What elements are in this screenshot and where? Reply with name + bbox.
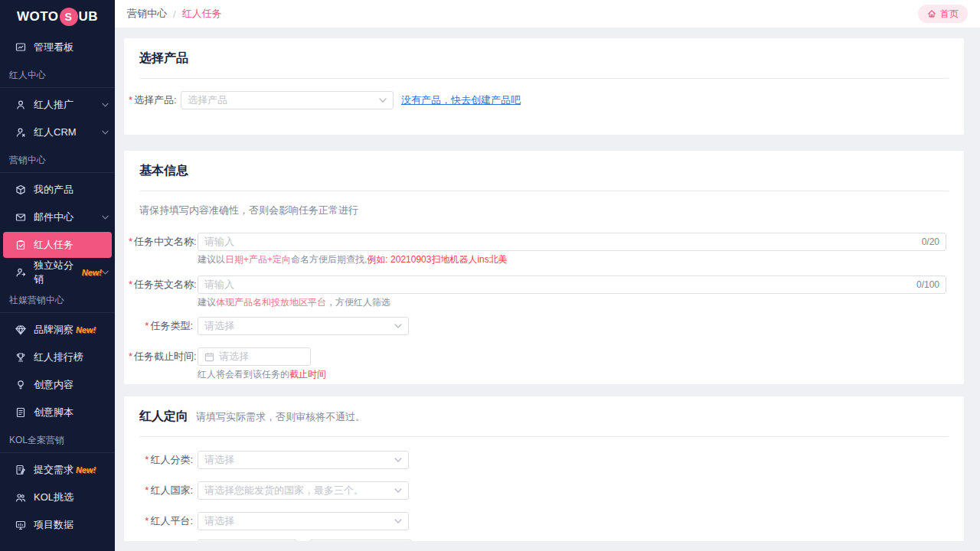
breadcrumb: 营销中心 / 红人任务 — [127, 7, 222, 21]
field-control: 选择产品 没有产品，快去创建产品吧 — [181, 91, 521, 109]
section-subtitle: 请填写实际需求，否则审核将不通过。 — [196, 410, 365, 424]
field-label: *选择产品: — [129, 91, 176, 109]
sidebar-item-label: 邮件中心 — [34, 210, 74, 224]
field-control: 请选择 — [198, 512, 409, 530]
product-select[interactable]: 选择产品 — [181, 91, 394, 109]
field-label: *红人平台: — [129, 512, 193, 530]
task-en-name-input[interactable]: 请输入 0/100 — [198, 276, 946, 294]
sidebar-item-creative-content[interactable]: 创意内容 — [0, 371, 115, 399]
calendar-icon — [204, 352, 214, 362]
required-asterisk: * — [145, 454, 149, 465]
sidebar-item-label: 提交需求 — [34, 463, 74, 477]
help-text: 建议 — [198, 297, 216, 308]
field-label-text: 任务截止时间: — [134, 350, 197, 362]
create-product-link[interactable]: 没有产品，快去创建产品吧 — [401, 93, 521, 107]
user-icon — [15, 99, 26, 110]
required-asterisk: * — [145, 484, 149, 496]
en-name-help: 建议体现产品名和投放地区平台，方便红人筛选 — [198, 296, 964, 309]
chevron-down-icon — [102, 270, 109, 275]
people-icon — [15, 492, 26, 503]
top-header: 营销中心 / 红人任务 首页 — [115, 0, 980, 28]
distribution-user-icon — [15, 267, 26, 278]
sidebar: WOTO S UB 管理看板 红人中心 红人推广 红人CRM 营销中心 我的产品… — [0, 0, 115, 551]
section-title-text: 基本信息 — [139, 163, 188, 179]
select-product-card: 选择产品 *选择产品: 选择产品 没有产品，快去创建产品吧 — [124, 38, 964, 135]
home-button-label: 首页 — [940, 8, 959, 21]
form-row: *任务英文名称: 请输入 0/100 — [124, 276, 964, 294]
sidebar-item-influencer-ranking[interactable]: 红人排行榜 — [0, 344, 115, 371]
logo-text-left: WOTO — [17, 9, 59, 24]
chevron-down-icon — [102, 215, 109, 220]
form-row — [124, 540, 964, 541]
sidebar-section-social-marketing-center: 社媒营销中心 — [0, 286, 115, 313]
field-label: *红人国家: — [129, 481, 193, 500]
sidebar-item-influencer-crm[interactable]: 红人CRM — [0, 119, 115, 146]
sidebar-item-label: 红人排行榜 — [34, 350, 83, 364]
sidebar-section-kol-full-marketing: KOL全案营销 — [0, 426, 115, 453]
sidebar-item-submit-requirements[interactable]: 提交需求 New! — [0, 456, 115, 484]
select-placeholder: 请选择您能发货的国家，最多三个。 — [204, 484, 388, 497]
field-control: 请输入 0/100 — [198, 276, 946, 294]
chevron-down-icon — [394, 488, 402, 493]
range-input-min[interactable] — [198, 540, 297, 541]
field-label-text: 任务英文名称: — [134, 279, 197, 290]
chevron-down-icon — [379, 98, 387, 103]
sidebar-item-mail-center[interactable]: 邮件中心 — [0, 204, 115, 231]
section-title-text: 红人定向 — [139, 409, 188, 425]
breadcrumb-separator: / — [173, 8, 176, 20]
required-asterisk: * — [145, 320, 149, 331]
required-asterisk: * — [129, 236, 132, 247]
sidebar-item-label: 红人任务 — [34, 238, 74, 252]
sidebar-item-label: 红人推广 — [34, 98, 74, 112]
main-content: 选择产品 *选择产品: 选择产品 没有产品，快去创建产品吧 基本信息 请保持填写… — [115, 28, 980, 551]
task-cn-name-input[interactable]: 请输入 0/20 — [198, 233, 946, 251]
input-placeholder: 请输入 — [204, 235, 916, 249]
sidebar-item-influencer-promotion[interactable]: 红人推广 — [0, 91, 115, 119]
home-button[interactable]: 首页 — [918, 5, 968, 23]
influencer-country-select[interactable]: 请选择您能发货的国家，最多三个。 — [198, 481, 409, 500]
range-input-max[interactable] — [309, 540, 412, 541]
deadline-date-picker[interactable]: 请选择 — [198, 347, 311, 366]
sidebar-item-label: 项目数据 — [34, 518, 74, 532]
sidebar-item-creative-scripts[interactable]: 创意脚本 — [0, 399, 115, 426]
sidebar-item-label: 我的产品 — [34, 183, 74, 197]
sidebar-item-influencer-tasks[interactable]: 红人任务 — [3, 232, 112, 258]
field-label: *任务中文名称: — [129, 233, 193, 251]
breadcrumb-parent[interactable]: 营销中心 — [127, 7, 167, 21]
field-label-text: 任务类型: — [150, 320, 193, 331]
sidebar-item-label: 独立站分销 — [34, 259, 80, 286]
select-placeholder: 请选择 — [204, 453, 388, 467]
influencer-targeting-card: 红人定向 请填写实际需求，否则审核将不通过。 *红人分类: 请选择 *红人国家:… — [124, 396, 964, 541]
select-placeholder: 请选择 — [204, 319, 388, 333]
accuracy-notice: 请保持填写内容准确性，否则会影响任务正常进行 — [139, 204, 964, 217]
field-label-text: 红人国家: — [150, 484, 193, 496]
input-placeholder: 请选择 — [219, 350, 304, 364]
char-counter: 0/100 — [916, 279, 939, 290]
home-icon — [927, 9, 936, 18]
task-type-select[interactable]: 请选择 — [198, 317, 409, 335]
sidebar-item-site-distribution[interactable]: 独立站分销 New! — [0, 259, 115, 286]
sidebar-item-my-products[interactable]: 我的产品 — [0, 176, 115, 204]
field-control: 请选择 — [198, 347, 311, 366]
chevron-down-icon — [394, 458, 402, 462]
new-badge: New! — [76, 465, 96, 474]
sidebar-item-kol-selection[interactable]: KOL挑选 — [0, 484, 115, 511]
help-text: 命名方便后期查找, — [291, 254, 367, 265]
field-label: *红人分类: — [129, 451, 193, 469]
required-asterisk: * — [129, 94, 132, 106]
select-placeholder: 请选择 — [204, 514, 388, 528]
influencer-category-select[interactable]: 请选择 — [198, 451, 409, 469]
sidebar-item-brand-insights[interactable]: 品牌洞察 New! — [0, 316, 115, 344]
sidebar-item-label: 创意内容 — [34, 378, 74, 392]
sidebar-item-dashboard[interactable]: 管理看板 — [0, 34, 115, 61]
data-monitor-icon — [15, 520, 26, 530]
field-label: *任务类型: — [129, 317, 193, 335]
sidebar-item-project-data[interactable]: 项目数据 — [0, 511, 115, 539]
sidebar-item-label: 管理看板 — [34, 41, 74, 54]
sidebar-section-marketing-center: 营销中心 — [0, 146, 115, 173]
section-title: 基本信息 — [124, 151, 964, 179]
input-placeholder: 请输入 — [204, 278, 910, 292]
chevron-down-icon — [394, 519, 402, 523]
influencer-platform-select[interactable]: 请选择 — [198, 512, 409, 530]
help-example: 例如: 20210903扫地机器人ins北美 — [367, 254, 507, 265]
